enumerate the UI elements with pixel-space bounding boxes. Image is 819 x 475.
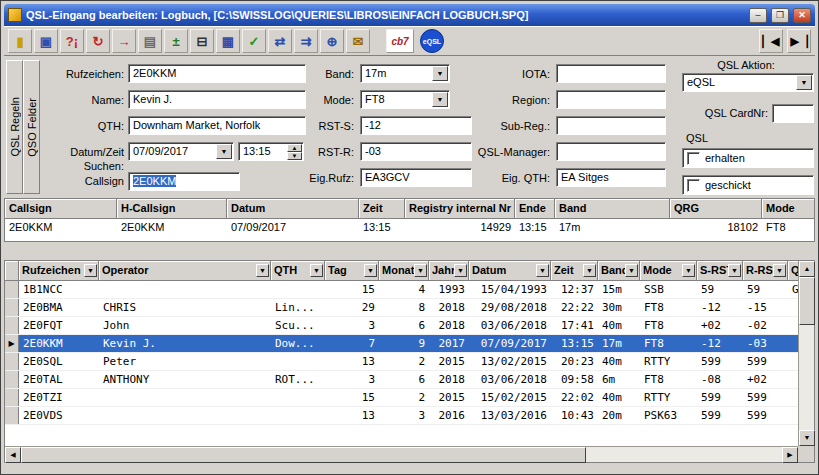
window-title: QSL-Eingang bearbeiten: Logbuch, [C:\SWI… — [26, 9, 745, 21]
filter-dropdown-icon[interactable]: ▼ — [310, 264, 323, 277]
selected-text: 2E0KKM — [133, 175, 176, 187]
log-cell: 2 — [379, 389, 429, 406]
scroll-right-icon[interactable]: ▶ — [782, 447, 798, 463]
log-column-header[interactable]: Q▼ — [788, 261, 798, 281]
search-callsign-input[interactable]: 2E0KKM — [128, 172, 240, 191]
table-row[interactable]: 2E0VDS133201613/03/201610:4320mPSK635995… — [5, 407, 798, 425]
confirm-icon[interactable]: ✓ — [242, 29, 266, 53]
log-column-header[interactable]: Monat▼ — [379, 261, 429, 281]
maximize-button[interactable]: ❐ — [771, 8, 789, 23]
tab-qsl-regeln[interactable]: QSL Regeln — [6, 60, 23, 194]
table-row[interactable]: 1B1NCC154199315/04/199312:3715mSSB5959G0 — [5, 281, 798, 299]
qso-grid-row[interactable]: 2E0KKM2E0KKM07/09/201713:151492913:1517m… — [5, 219, 814, 237]
vertical-scrollbar[interactable]: ▲ ▼ — [798, 261, 814, 446]
qsl-manager-input[interactable] — [556, 142, 666, 161]
row-indicator — [5, 281, 19, 298]
erhalten-checkbox[interactable] — [687, 152, 700, 165]
help-icon[interactable]: ?¡ — [60, 29, 84, 53]
qsl-cardnr-input[interactable] — [772, 104, 814, 123]
region-input[interactable] — [556, 90, 666, 109]
globe-icon[interactable]: ⊕ — [320, 29, 344, 53]
print-icon[interactable]: ⊟ — [190, 29, 214, 53]
mail-icon[interactable]: ✉ — [346, 29, 370, 53]
copy-icon[interactable]: ▣ — [34, 29, 58, 53]
chart-icon[interactable]: ▦ — [216, 29, 240, 53]
log-cell: 2018 — [429, 371, 469, 388]
filter-dropdown-icon[interactable]: ▼ — [364, 264, 377, 277]
log-cell: Kevin J. — [99, 335, 271, 352]
filter-dropdown-icon[interactable]: ▼ — [583, 264, 596, 277]
record-nav-group: ▏◀ ▶▕ — [759, 29, 811, 53]
filter-dropdown-icon[interactable]: ▼ — [414, 264, 427, 277]
filter-dropdown-icon[interactable]: ▼ — [454, 264, 467, 277]
log-column-header[interactable]: Operator▼ — [99, 261, 271, 281]
mode-combobox[interactable]: FT8 ▼ — [360, 90, 450, 109]
add-remove-icon[interactable]: ± — [164, 29, 188, 53]
date-dropdown-arrow-icon[interactable]: ▼ — [216, 144, 232, 159]
log-column-header[interactable]: Band▼ — [598, 261, 640, 281]
qsl-aktion-combobox[interactable]: eQSL ▼ — [682, 73, 814, 92]
table-row[interactable]: 2E0TALANTHONYROT...36201803/06/201809:58… — [5, 371, 798, 389]
filter-dropdown-icon[interactable]: ▼ — [84, 264, 97, 277]
filter-dropdown-icon[interactable]: ▼ — [256, 264, 269, 277]
band-combobox[interactable]: 17m ▼ — [360, 64, 450, 83]
table-row[interactable]: 2E0SQLPeter132201513/02/201520:2340mRTTY… — [5, 353, 798, 371]
log-column-header[interactable]: Datum▼ — [469, 261, 551, 281]
log-column-header[interactable]: S-RST▼ — [697, 261, 743, 281]
log-column-header[interactable]: Mode▼ — [640, 261, 697, 281]
marker-icon[interactable]: ▮ — [8, 29, 32, 53]
table-row[interactable]: ▶2E0KKMKevin J.Dow...79201707/09/201713:… — [5, 335, 798, 353]
sub-reg-input[interactable] — [556, 116, 666, 135]
exit-icon[interactable]: → — [112, 29, 136, 53]
horizontal-scrollbar[interactable]: ◀ ▶ — [5, 446, 798, 462]
forward-icon[interactable]: ⇉ — [294, 29, 318, 53]
log-cell — [99, 389, 271, 406]
eig-qth-input[interactable]: EA Sitges — [556, 168, 666, 187]
cb7-button[interactable]: cb7 — [386, 29, 414, 53]
scroll-up-icon[interactable]: ▲ — [799, 261, 815, 277]
filter-dropdown-icon[interactable]: ▼ — [682, 264, 695, 277]
date-combobox[interactable]: 07/09/2017 ▼ — [128, 142, 234, 161]
qth-value: Downham Market, Norfolk — [133, 119, 260, 131]
iota-label: IOTA: — [440, 68, 550, 81]
table-row[interactable]: 2E0TZI152201515/02/201522:0240mRTTY59959… — [5, 389, 798, 407]
qso-cell: 07/09/2017 — [227, 219, 359, 237]
close-button[interactable]: ✕ — [793, 8, 811, 23]
table-row[interactable]: 2E0FQTJohnScu...36201803/06/201817:4140m… — [5, 317, 798, 335]
filter-dropdown-icon[interactable]: ▼ — [773, 264, 786, 277]
nav-first-button[interactable]: ▏◀ — [759, 29, 783, 53]
log-cell: 17:41 — [551, 317, 598, 334]
horizontal-scrollbar-thumb[interactable] — [21, 447, 586, 463]
column-label: Monat — [382, 264, 414, 276]
eqsl-button[interactable]: eQSL — [420, 29, 444, 53]
transfer-icon[interactable]: ⇄ — [268, 29, 292, 53]
geschickt-checkbox[interactable] — [687, 179, 700, 192]
refresh-icon[interactable]: ↻ — [86, 29, 110, 53]
filter-dropdown-icon[interactable]: ▼ — [625, 264, 638, 277]
vertical-scrollbar-thumb[interactable] — [799, 277, 815, 325]
notes-icon[interactable]: ▤ — [138, 29, 162, 53]
log-column-header[interactable]: QTH▼ — [271, 261, 325, 281]
log-cell: 15/02/2015 — [469, 389, 551, 406]
log-column-header[interactable]: Rufzeichen▼ — [19, 261, 99, 281]
iota-input[interactable] — [556, 64, 666, 83]
scroll-left-icon[interactable]: ◀ — [5, 447, 21, 463]
nav-last-button[interactable]: ▶▕ — [787, 29, 811, 53]
log-column-header[interactable]: Tag▼ — [325, 261, 379, 281]
log-column-header[interactable]: R-RST▼ — [743, 261, 788, 281]
table-row[interactable]: 2E0BMACHRISLin...298201829/08/201822:223… — [5, 299, 798, 317]
log-cell: 599 — [743, 389, 788, 406]
log-column-header[interactable]: Jahr▼ — [429, 261, 469, 281]
scroll-down-icon[interactable]: ▼ — [799, 430, 815, 446]
log-cell: 13/03/2016 — [469, 407, 551, 424]
qsl-aktion-dropdown-arrow-icon[interactable]: ▼ — [796, 75, 812, 90]
filter-dropdown-icon[interactable]: ▼ — [728, 264, 741, 277]
qsl-cardnr-label: QSL CardNr: — [676, 107, 768, 120]
filter-dropdown-icon[interactable]: ▼ — [536, 264, 549, 277]
log-cell: 2E0KKM — [19, 335, 99, 352]
log-cell: 22:02 — [551, 389, 598, 406]
log-cell — [788, 317, 798, 334]
qso-edit-form: QSL Regeln QSO Felder Rufzeichen: 2E0KKM… — [4, 56, 815, 198]
minimize-button[interactable]: – — [749, 8, 767, 23]
log-column-header[interactable]: Zeit▼ — [551, 261, 598, 281]
